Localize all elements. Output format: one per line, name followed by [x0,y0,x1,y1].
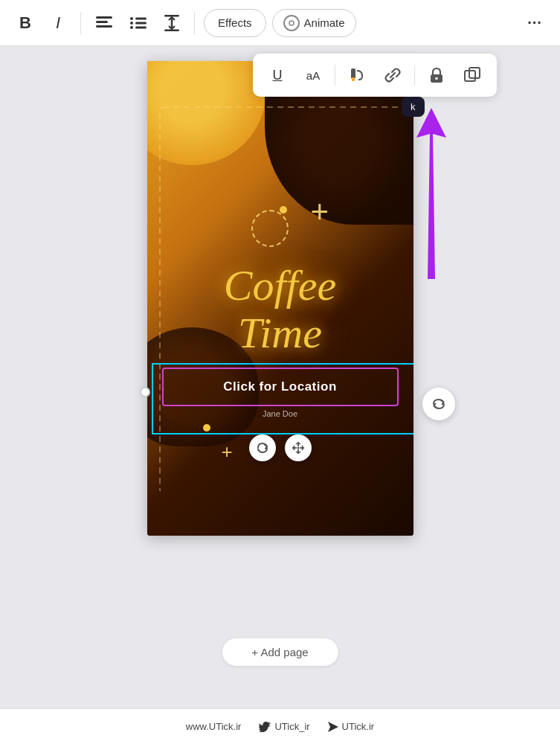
bold-button[interactable]: B [12,8,39,38]
design-card-wrapper: + + Coffee Time Click for Location Jane … [147,61,413,536]
add-page-button[interactable]: + Add page [222,638,338,666]
svg-rect-13 [351,68,355,79]
svg-point-21 [297,447,299,449]
svg-point-7 [130,26,133,29]
sec-divider-1 [335,65,335,86]
svg-rect-1 [96,21,108,23]
more-button[interactable]: ··· [521,8,548,38]
svg-point-16 [435,77,438,80]
font-case-button[interactable]: aA [299,61,327,89]
italic-button[interactable]: I [45,8,71,38]
paint-icon [349,67,365,83]
list-button[interactable] [124,8,152,38]
svg-marker-19 [416,108,446,279]
plus-decoration-2: + [222,442,233,461]
svg-rect-8 [135,26,147,28]
website-link: www.UTick.ir [186,721,242,732]
svg-marker-26 [328,722,338,732]
yellow-dot-2 [203,424,210,432]
rotate-button[interactable] [249,434,276,461]
lock-icon [429,67,444,83]
svg-point-5 [130,22,133,25]
coffee-time-text: Coffee Time [147,262,413,357]
svg-rect-4 [135,17,147,19]
underline-button[interactable]: U [263,61,292,89]
canvas-area: + + Coffee Time Click for Location Jane … [0,46,560,707]
divider-2 [194,12,195,34]
svg-rect-6 [135,22,147,24]
rotate-icon [256,441,269,455]
design-card: + + Coffee Time Click for Location Jane … [147,61,413,536]
spacing-button[interactable] [158,8,185,38]
duplicate-button[interactable] [458,61,486,89]
duplicate-icon [464,67,480,83]
lock-button[interactable] [422,61,451,89]
top-toolbar: B I Effects Animate [0,0,560,46]
arrow-tooltip: k [402,97,425,117]
twitter-icon [259,722,271,732]
refresh-button[interactable] [422,388,455,420]
svg-rect-14 [352,77,355,81]
author-label: Jane Doe [162,409,399,418]
link-icon [384,67,401,83]
align-icon [96,16,112,30]
paint-button[interactable] [343,61,371,89]
move-icon [292,441,305,455]
secondary-toolbar: U aA [253,54,497,97]
send-icon [328,722,338,732]
align-button[interactable] [90,8,118,38]
tooltip-box: k [402,97,425,117]
refresh-icon [431,397,446,411]
link-button[interactable] [379,61,407,89]
spacing-icon [164,15,179,31]
svg-point-3 [130,17,133,20]
plus-decoration-1: + [311,196,329,228]
yellow-dot-1 [280,206,287,214]
purple-arrow [402,108,461,279]
divider-1 [80,12,81,34]
location-button[interactable]: Click for Location [162,368,399,406]
animate-button[interactable]: Animate [272,9,356,37]
controls-row [249,434,312,461]
list-icon [130,16,147,30]
dashed-circle-decoration [251,210,289,247]
sec-divider-2 [414,65,415,86]
location-button-container[interactable]: Click for Location Jane Doe [162,368,399,418]
move-button[interactable] [285,434,312,461]
brand-link: UTick.ir [328,721,375,732]
effects-button[interactable]: Effects [204,9,266,37]
svg-rect-2 [96,25,112,28]
selection-handle-left[interactable] [140,387,150,397]
bottom-bar: www.UTick.ir UTick_ir UTick.ir [0,708,560,744]
animate-icon [283,15,300,31]
svg-point-12 [289,21,294,25]
svg-rect-0 [96,16,112,19]
twitter-link: UTick_ir [259,721,309,732]
